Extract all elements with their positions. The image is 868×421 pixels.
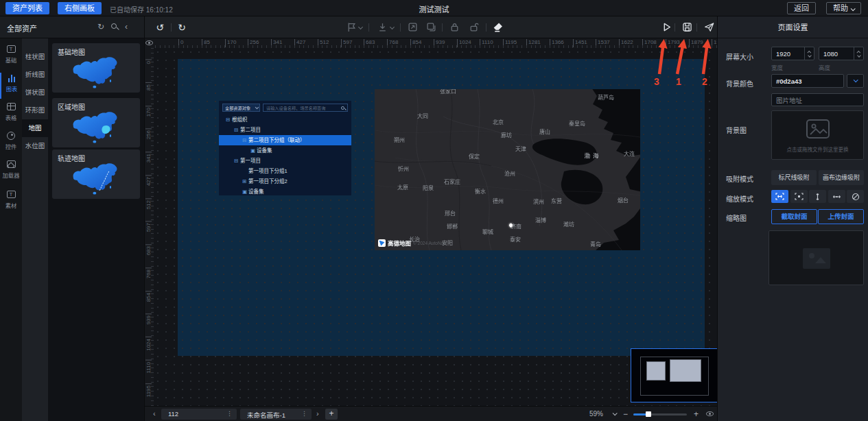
scale-mode-none-button[interactable] [847, 190, 864, 203]
subcategory-item[interactable]: 地图 [22, 119, 48, 137]
snap-canvas-edge-button[interactable]: 画布边缘吸附 [819, 170, 864, 185]
scale-mode-fit-height-button[interactable] [809, 190, 826, 203]
tree-expander-icon[interactable]: ⊟ [234, 156, 240, 166]
copy-icon[interactable] [425, 22, 436, 33]
tree-expander-icon[interactable]: ⊞ [242, 176, 248, 187]
publish-send-icon[interactable] [703, 22, 714, 33]
screen-width-input[interactable]: 1920 [771, 47, 814, 60]
width-sublabel: 宽度 [771, 63, 783, 71]
minimap[interactable] [631, 348, 717, 402]
canvas-tab-unnamed[interactable]: 未命名画布-1 ⋮ [240, 409, 312, 420]
lock-icon[interactable] [449, 22, 460, 33]
ruler-tick-label: 341 [271, 39, 282, 47]
bg-color-dropdown-button[interactable] [847, 74, 864, 88]
subcategory-item[interactable]: 饼状图 [22, 84, 48, 101]
rail-item-basic[interactable]: T 基础 [0, 44, 22, 70]
resource-type-dropdown[interactable]: 全部资源对象 [222, 104, 260, 112]
device-search-input[interactable]: 请输入设备名称、场景名称查询 [263, 104, 348, 112]
ruler-tick-label: 512 [145, 198, 152, 209]
rail-item-material[interactable]: T 素材 [0, 189, 22, 215]
ruler-corner[interactable] [145, 38, 154, 48]
tree-node[interactable]: ⊟第一项目 [219, 156, 351, 166]
tree-node[interactable]: ⊟第二项目下分组（联动） [219, 135, 351, 145]
subcategory-item[interactable]: 柱状图 [22, 48, 48, 66]
refresh-icon[interactable]: ↻ [97, 23, 104, 32]
amap-widget[interactable]: 张家口葫芦岛大同北京秦皇岛唐山廊坊朔州天津保定渤海大连忻州沧州石家庄太原阳泉衡水… [375, 89, 640, 250]
rail-item-loader[interactable]: 加载器 [0, 159, 22, 185]
minimap-tree-rect [646, 361, 666, 381]
tree-expander-icon[interactable]: ⊟ [226, 115, 232, 125]
rail-item-controls[interactable]: 控件 [0, 130, 22, 156]
subcategory-item[interactable]: 环形图 [22, 101, 48, 119]
snap-mode-label: 吸附模式 [726, 173, 753, 184]
flag-marker-icon[interactable] [346, 22, 357, 33]
tree-expander-icon[interactable]: ▣ [242, 187, 248, 197]
asset-card-region-map[interactable]: 区域地图 [52, 98, 140, 147]
save-icon[interactable] [681, 22, 692, 33]
scale-mode-label: 缩放模式 [726, 193, 753, 204]
upload-cover-button[interactable]: 上传封面 [818, 209, 864, 224]
zoom-slider-handle[interactable] [646, 411, 651, 417]
ruler-tick-label: 341 [145, 152, 152, 163]
scale-mode-fit-box-button[interactable] [790, 190, 808, 203]
tree-expander-icon[interactable]: ⊟ [242, 135, 248, 145]
tree-node[interactable]: ⊞第一项目下分组2 [219, 176, 351, 187]
add-canvas-button[interactable]: + [325, 409, 338, 420]
help-button[interactable]: 帮助 [826, 2, 861, 14]
group-icon[interactable] [407, 22, 418, 33]
tab-more-icon[interactable]: ⋮ [226, 410, 233, 417]
bg-image-url-input[interactable]: 图片地址 [771, 93, 864, 106]
tree-node[interactable]: ⊟根组织 [219, 115, 351, 125]
rail-item-charts[interactable]: 图表 [0, 73, 22, 99]
align-bottom-icon[interactable] [377, 22, 388, 33]
collapse-panel-icon[interactable]: ‹ [125, 23, 128, 32]
tree-node[interactable]: 第一项目下分组1 [219, 166, 351, 176]
toggle-visibility-eye-icon[interactable] [145, 40, 153, 45]
tab-more-icon[interactable]: ⋮ [301, 410, 307, 417]
capture-cover-button[interactable]: 截取封面 [771, 209, 817, 224]
tree-node[interactable]: ▣设备集 [219, 145, 351, 156]
zoom-out-icon[interactable]: − [623, 409, 628, 419]
screen-height-input[interactable]: 1080 [819, 47, 864, 60]
map-city-label: 秦皇岛 [569, 119, 585, 127]
unlock-icon[interactable] [468, 22, 479, 33]
height-stepper[interactable] [854, 47, 863, 60]
subcategory-item[interactable]: 折线图 [22, 66, 48, 84]
tree-node[interactable]: ⊟第二项目 [219, 125, 351, 135]
prev-canvas-chevron[interactable]: ‹ [153, 409, 156, 418]
flag-dropdown-chevron[interactable] [358, 25, 363, 29]
next-canvas-chevron[interactable]: › [316, 409, 319, 418]
bg-color-input[interactable]: #0d2a43 [771, 74, 844, 88]
horizontal-ruler[interactable]: 0851702563414275125976837688549391024111… [154, 38, 717, 48]
zoom-percent[interactable]: 59% [589, 410, 603, 418]
undo-icon[interactable]: ↺ [154, 22, 165, 33]
preview-play-icon[interactable] [661, 22, 672, 33]
back-button[interactable]: 返回 [787, 2, 816, 14]
visibility-eye-icon[interactable] [706, 411, 714, 416]
subcategory-item[interactable]: 水位图 [22, 137, 48, 155]
snap-ruler-button[interactable]: 标尺线吸附 [771, 170, 817, 185]
search-icon[interactable] [111, 23, 117, 29]
subcategory-list: 柱状图折线图饼状图环形图地图水位图 [22, 38, 48, 421]
rail-item-table[interactable]: 表格 [0, 101, 22, 128]
tree-node[interactable]: ▣设备集 [219, 187, 351, 197]
eraser-icon[interactable] [492, 22, 503, 33]
bg-image-upload-dropzone[interactable]: 点击或拖拽文件到这里更换 [771, 110, 864, 160]
canvas-area[interactable]: 0851702563414275125976837688549391024111… [144, 38, 717, 406]
align-dropdown-chevron[interactable] [390, 25, 395, 29]
asset-card-track-map[interactable]: 轨迹地图 [52, 149, 140, 199]
width-stepper[interactable] [804, 47, 814, 60]
zoom-dropdown-chevron[interactable] [613, 411, 618, 416]
vertical-ruler[interactable]: 0851702563414275125976837688549391024111… [145, 48, 154, 406]
tree-expander-icon[interactable]: ▣ [250, 145, 257, 156]
zoom-slider[interactable] [633, 413, 687, 416]
scale-mode-fit-width-button[interactable] [828, 190, 845, 203]
asset-card-basic-map[interactable]: 基础地图 [52, 43, 140, 93]
redo-icon[interactable]: ↻ [176, 22, 187, 33]
device-tree-widget[interactable]: 全部资源对象 请输入设备名称、场景名称查询 ⊟根组织 ⊟第二项目 ⊟第二项目下分… [219, 101, 351, 195]
bigscreen-designer-app: 资产列表 右侧画板 已自动保存 16:10:12 测试测试 返回 帮助 全部资产… [0, 0, 868, 421]
tree-expander-icon[interactable]: ⊟ [234, 125, 240, 135]
scale-mode-fit-both-button[interactable] [771, 190, 788, 203]
canvas-tab-112[interactable]: 112 ⋮ [161, 409, 237, 420]
zoom-in-icon[interactable]: + [694, 409, 699, 419]
